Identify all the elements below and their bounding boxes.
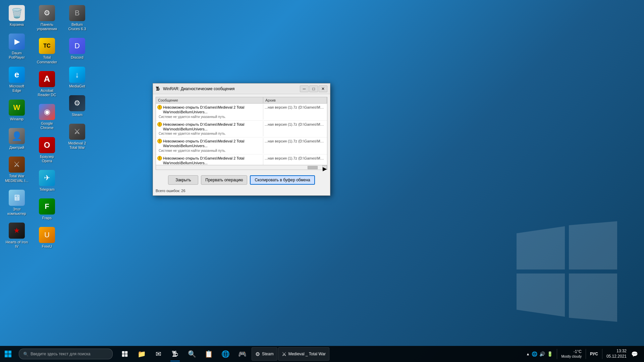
warning-icon: ! [157,122,162,127]
show-hidden-tray-btn[interactable]: ▲ [526,352,530,356]
taskbar-app-steam[interactable]: ⚙ Steam [252,347,277,361]
error-msg-cell: ! Невозможно открыть D:\Games\Medieval 2… [156,121,263,137]
error-archive-cell: ...ная версия (1).7z (D:\Games\Medieval … [263,138,327,154]
taskbar-apps: ⚙ Steam ⚔ Medieval _ Total War [250,347,522,361]
time-text: 13:32 [606,349,627,354]
volume-tray-icon[interactable]: 🔊 [539,351,545,357]
taskbar-center-icons: 📁 ✉ 🗜 🔍 📋 🌐 🎮 [117,346,250,362]
dialog-buttons-area: Закрыть Прервать операцию Скопировать в … [153,173,330,187]
svg-rect-4 [122,351,125,354]
winrar-dialog: 🗜 WinRAR: Диагностические сообщения ─ □ … [153,83,330,196]
clipboard-taskbar-btn[interactable]: 📋 [201,346,217,362]
tray-divider [557,349,557,359]
error-main-text: Невозможно открыть D:\Games\Medieval 2 T… [163,122,262,132]
medieval-taskbar-icon: ⚔ [282,351,286,357]
dialog-close-button[interactable]: ✕ [319,85,327,92]
error-row: ! Невозможно открыть D:\Games\Medieval 2… [156,137,327,155]
table-header: Сообщение Архив [156,97,327,103]
error-archive-cell: ...ная версия (1).7z (D:\Games\Medieval … [263,104,327,120]
clock-display[interactable]: 13:32 05.12.2021 [606,349,627,359]
steam-taskbar-label: Steam [262,352,274,356]
error-sub-text: Системе не удается найти указанный путь. [157,131,262,136]
search-icon: 🔍 [23,352,29,357]
language-indicator[interactable]: РУС [590,352,598,356]
error-msg-cell: ! Невозможно открыть D:\Games\Medieval 2… [156,104,263,120]
search-taskbar-btn[interactable]: 🔍 [184,346,200,362]
svg-rect-0 [5,351,8,354]
scroll-right-btn[interactable]: ▶ [322,165,327,170]
medieval-taskbar-label: Medieval _ Total War [288,352,326,356]
start-button[interactable] [0,346,16,362]
windows-logo-icon [5,351,11,357]
winrar-taskbar-btn[interactable]: 🗜 [167,346,183,362]
copy-clipboard-button[interactable]: Скопировать в буфер обмена [250,175,315,185]
winrar-taskbar-icon: 🗜 [172,350,178,358]
svg-rect-5 [125,351,128,354]
svg-rect-6 [122,354,125,357]
total-errors-text: Всего ошибок: 26 [156,189,185,193]
taskbar: 🔍 📁 ✉ 🗜 🔍 📋 🌐 🎮 [0,346,644,362]
warning-icon: ! [157,105,162,110]
mail-taskbar-btn[interactable]: ✉ [150,346,166,362]
abort-button[interactable]: Прервать операцию [201,175,247,185]
dialog-overlay: 🗜 WinRAR: Диагностические сообщения ─ □ … [0,0,644,362]
error-list[interactable]: ! Невозможно открыть D:\Games\Medieval 2… [156,103,327,165]
temperature-text: -1°С [561,349,582,355]
error-msg-cell: ! Невозможно открыть D:\Games\Medieval 2… [156,138,263,154]
close-button[interactable]: Закрыть [168,175,198,185]
chrome-taskbar-btn[interactable]: 🌐 [217,346,233,362]
error-archive-cell: ...ная версия (1).7z (D:\Games\Medieval … [263,155,327,165]
taskbar-search[interactable]: 🔍 [19,349,113,359]
svg-rect-2 [5,354,8,357]
battery-tray-icon: 🔋 [547,351,553,357]
lang-divider [602,349,602,359]
dialog-minimize-button[interactable]: ─ [300,85,309,92]
dialog-maximize-button[interactable]: □ [309,85,318,92]
dialog-content: Сообщение Архив ! Невозможно открыть D:\… [153,94,330,173]
date-text: 05.12.2021 [606,354,627,359]
desktop: 🗑️ Корзина ▶ Daum PotPlayer e Microsoft … [0,0,644,362]
task-view-icon [122,351,128,357]
svg-rect-1 [8,351,11,354]
dialog-footer: Всего ошибок: 26 [153,187,330,195]
task-view-button[interactable] [117,346,133,362]
tray-icons: ▲ 🌐 🔊 🔋 [526,351,553,357]
warning-icon: ! [157,139,162,143]
app-taskbar-btn[interactable]: 🎮 [234,346,250,362]
network-tray-icon[interactable]: 🌐 [532,351,537,357]
error-sub-text: Системе не удается найти указанный путь. [157,115,262,119]
error-msg-cell: ! Невозможно открыть D:\Games\Medieval 2… [156,155,263,165]
error-sub-text: Системе не удается найти указанный путь. [157,148,262,153]
weather-display[interactable]: -1°С Mostly cloudy [561,349,582,359]
winrar-title-icon: 🗜 [156,86,161,92]
search-input[interactable] [31,352,104,356]
notification-button[interactable]: 💬 [629,349,640,359]
taskbar-right: ▲ 🌐 🔊 🔋 -1°С Mostly cloudy РУС 13:32 05.… [522,349,644,359]
column-message-header: Сообщение [156,97,263,103]
error-main-text: Невозможно открыть D:\Games\Medieval 2 T… [163,139,262,148]
error-main-text: Невозможно открыть D:\Games\Medieval 2 T… [163,105,262,115]
column-archive-header: Архив [263,97,327,103]
svg-rect-7 [125,354,128,357]
error-row: ! Невозможно открыть D:\Games\Medieval 2… [156,104,327,121]
warning-icon: ! [157,156,162,161]
scrollbar-thumb[interactable] [308,166,318,169]
horizontal-scrollbar[interactable]: ▶ [156,165,327,170]
dialog-title-text: WinRAR: Диагностические сообщения [163,86,300,91]
svg-rect-3 [8,354,11,357]
steam-taskbar-icon: ⚙ [255,351,260,357]
error-row: ! Невозможно открыть D:\Games\Medieval 2… [156,121,327,138]
file-explorer-taskbar-btn[interactable]: 📁 [133,346,150,362]
error-archive-cell: ...ная версия (1).7z (D:\Games\Medieval … [263,121,327,137]
weather-divider [586,349,586,359]
taskbar-app-medieval[interactable]: ⚔ Medieval _ Total War [278,347,329,361]
dialog-titlebar: 🗜 WinRAR: Диагностические сообщения ─ □ … [153,83,330,94]
error-main-text: Невозможно открыть D:\Games\Medieval 2 T… [163,156,262,165]
weather-desc-text: Mostly cloudy [561,354,582,359]
error-row: ! Невозможно открыть D:\Games\Medieval 2… [156,155,327,165]
dialog-controls: ─ □ ✕ [300,85,327,92]
